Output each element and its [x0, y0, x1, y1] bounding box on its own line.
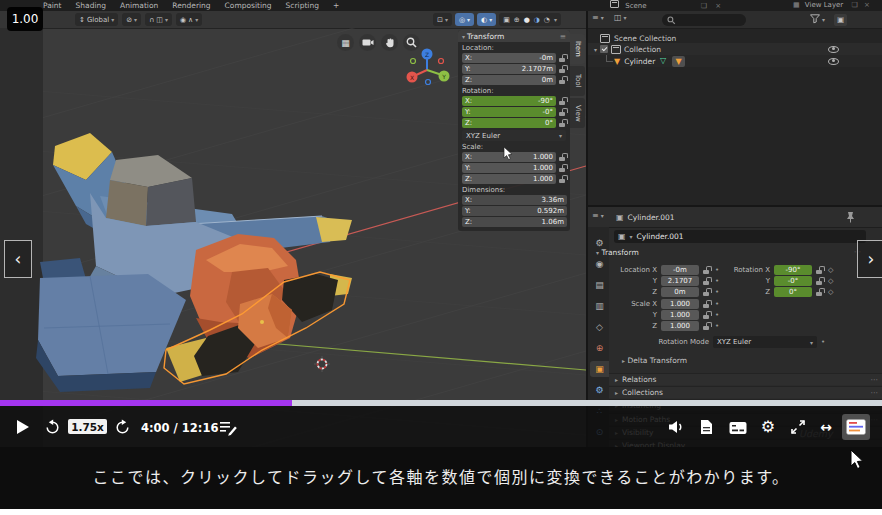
keyframe-diamond-icon: ◇ [828, 277, 833, 285]
subtitle-text: ここでは、クリックしてドラッグして各軸を数値で個別に変換できることがわかります。 [0, 464, 882, 488]
axes-icon: ↕ [79, 16, 85, 24]
lock-icon [559, 164, 567, 172]
panel-relations: ▸Relations⋯ [609, 373, 882, 385]
camera-view-icon [359, 34, 376, 51]
falloff-icon: ∧ [188, 16, 193, 24]
snap-target-icon: ◫ [156, 16, 163, 24]
location-y-row: Y:2.1707m [462, 64, 567, 74]
collection-checkbox [600, 45, 608, 53]
wireframe-shading-icon: ⊕ [514, 16, 520, 24]
svg-text:Y: Y [441, 73, 446, 80]
pivot-icon: ⊘ [126, 16, 132, 24]
fullscreen-button[interactable] [789, 418, 807, 435]
expand-icon [790, 419, 806, 435]
scene-icon [610, 0, 619, 8]
lock-icon [559, 175, 567, 183]
proportional-edit-group: ◉∧▾ [176, 13, 202, 26]
prop-rotation-z: Z0°◇ [720, 287, 833, 297]
play-icon [16, 419, 30, 435]
lock-icon [816, 288, 824, 296]
svg-text:X: X [410, 74, 414, 81]
blender-topbar: Paint Shading Animation Rendering Compos… [0, 0, 882, 11]
n-panel-title-bar: ▾ Transform ≡ [458, 30, 570, 42]
prop-location-z: Z0m• [609, 287, 719, 297]
prop-rotation-x: Rotation X-90°◇ [720, 265, 833, 275]
gizmo-dropdown: ⊡▾ [433, 13, 452, 26]
xray-dropdown: ◐▾ [477, 13, 496, 26]
material-shading-icon: ◑ [534, 16, 540, 24]
forward-button[interactable] [114, 419, 131, 436]
tab-output-icon: ▤ [590, 277, 609, 293]
lock-icon [559, 108, 567, 116]
breadcrumb: ▣ Cylinder.001 [616, 210, 675, 224]
settings-button[interactable]: ⚙ [758, 417, 778, 436]
add-note-button[interactable] [218, 419, 238, 436]
transcript-button[interactable] [698, 418, 714, 435]
disclosure-icon: ▾ [594, 46, 597, 53]
hide-eye-icon [828, 58, 839, 65]
gear-icon: ⚙ [761, 417, 775, 436]
3d-cursor [314, 356, 330, 372]
panel-collections: ▸Collections⋯ [609, 386, 882, 398]
subtitle-bar: ここでは、クリックしてドラッグして各軸を数値で個別に変換できることがわかります。 [0, 447, 882, 509]
playback-speed-button[interactable]: 1.75x [68, 419, 107, 434]
axis-gizmo: Z X Y [405, 36, 453, 92]
rotation-x-row: X:-90° [462, 96, 567, 106]
prev-lecture-button[interactable]: ‹ [4, 240, 32, 278]
proportional-icon: ◉ [180, 16, 186, 24]
outliner-search-input [662, 14, 746, 26]
lock-icon [703, 311, 711, 319]
lock-icon [559, 54, 567, 62]
animate-dot-icon: • [715, 288, 719, 296]
volume-icon [668, 420, 684, 434]
object-icon: ▣ [616, 213, 624, 222]
snap-toggle: ∩◫▾ [145, 13, 172, 26]
volume-button[interactable] [666, 419, 686, 435]
dimensions-label: Dimensions: [462, 186, 566, 194]
overlays-icon: ◎ [459, 16, 465, 24]
tab-world-icon: ⊕ [590, 340, 609, 356]
lock-icon [703, 277, 711, 285]
prop-location-x: Location X-0m• [609, 265, 719, 275]
tab-modifiers-icon: ⚙ [590, 382, 609, 398]
animate-dot-icon: • [715, 277, 719, 285]
outliner-header: ≡▾ ◫▾ ▾ ▣ [588, 11, 882, 29]
new-collection-icon: ▣ [834, 14, 847, 26]
outliner-row-collection: ▾ Collection [588, 43, 882, 55]
object-name-field: ▣▾ Cylinder.001 [614, 230, 866, 243]
rendered-shading-icon: ◔ [544, 16, 550, 24]
chevron-left-icon: ‹ [15, 249, 22, 269]
workspace-tab-animation: Animation [120, 0, 158, 11]
expanded-view-button[interactable]: ↔ [816, 418, 836, 435]
toolbar-region [0, 28, 43, 447]
view-layer-copy-icon: ❏ [851, 1, 857, 9]
captions-icon [729, 421, 747, 435]
lecture-player: Paint Shading Animation Rendering Compos… [0, 0, 882, 515]
workspace-tab-compositing: Compositing [225, 0, 272, 11]
location-label: Location: [462, 44, 566, 52]
next-lecture-button[interactable]: › [857, 240, 882, 278]
scale-label: Scale: [462, 143, 566, 151]
material-slot-icon: ▼ [672, 56, 685, 67]
workspace-add-tab: + [333, 0, 339, 11]
rewind-button[interactable] [44, 419, 61, 436]
captions-button[interactable] [728, 420, 748, 435]
lock-icon [559, 76, 567, 84]
video-surface[interactable]: Paint Shading Animation Rendering Compos… [0, 0, 882, 447]
properties-header: ≡▾ ▣ Cylinder.001 [588, 207, 882, 228]
solid-shading-icon: ● [524, 16, 530, 24]
play-button[interactable] [15, 418, 31, 436]
course-content-icon [846, 419, 866, 435]
rotation-y-row: Y:-0° [462, 107, 567, 117]
course-content-button[interactable] [842, 414, 870, 440]
scene-close-icon: × [715, 2, 721, 10]
transform-n-panel: ▾ Transform ≡ Location: X:-0m Y:2.1707m … [458, 30, 570, 231]
xray-icon: ◐ [481, 16, 487, 24]
filter-funnel-icon [810, 14, 820, 24]
pin-icon [846, 211, 855, 223]
lock-icon [559, 153, 567, 161]
keyframe-diamond-icon: ◇ [828, 288, 833, 296]
view-layer-selector: ▦ View Layer ❏ × [793, 0, 870, 11]
animate-dot-icon: • [715, 322, 719, 330]
dimensions-y-row: Y:0.592m [462, 206, 567, 216]
